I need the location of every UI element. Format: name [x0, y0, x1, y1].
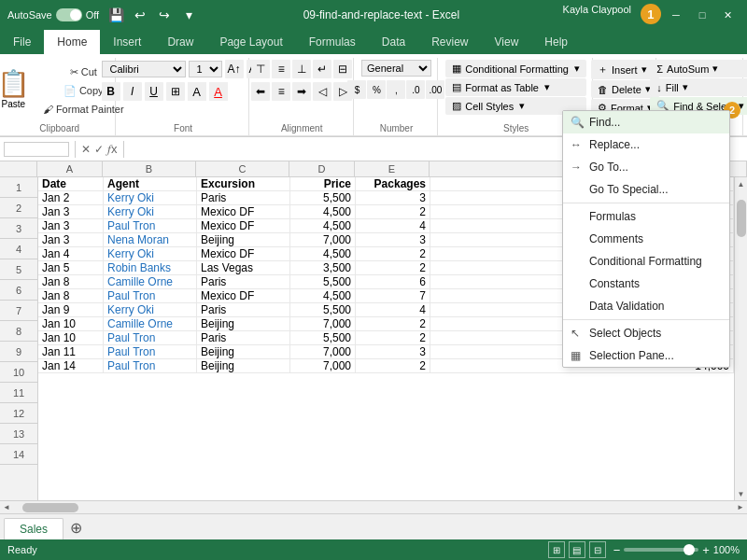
- cell-price-8[interactable]: 5,500: [290, 275, 356, 288]
- cell-packages-13[interactable]: 3: [356, 345, 430, 358]
- confirm-formula-icon[interactable]: ✓: [94, 143, 104, 156]
- col-header-B[interactable]: B: [103, 161, 196, 176]
- tab-page-layout[interactable]: Page Layout: [206, 30, 295, 54]
- zoom-slider[interactable]: [624, 548, 698, 552]
- cell-packages-11[interactable]: 2: [356, 317, 430, 330]
- cell-date-6[interactable]: Jan 4: [38, 247, 104, 260]
- menu-item-goto[interactable]: → Go To...: [563, 156, 729, 178]
- row-header-14[interactable]: 14: [0, 444, 37, 465]
- autosave-switch[interactable]: [56, 8, 82, 21]
- tab-file[interactable]: File: [0, 30, 44, 54]
- col-header-D[interactable]: D: [289, 161, 355, 176]
- align-right-button[interactable]: ➡: [292, 82, 311, 101]
- row-header-1[interactable]: 1: [0, 177, 37, 198]
- cell-excursion-8[interactable]: Paris: [197, 275, 290, 288]
- scroll-thumb[interactable]: [737, 200, 746, 237]
- cell-packages-12[interactable]: 2: [356, 331, 430, 344]
- wrap-text-button[interactable]: ↵: [313, 60, 331, 78]
- header-agent[interactable]: Agent: [104, 177, 197, 190]
- cell-agent-6[interactable]: Kerry Oki: [104, 247, 197, 260]
- comma-button[interactable]: ,: [387, 80, 405, 99]
- autosave-toggle[interactable]: AutoSave Off: [7, 8, 99, 21]
- cell-excursion-13[interactable]: Beijing: [197, 345, 290, 358]
- cell-excursion-14[interactable]: Beijing: [197, 359, 290, 372]
- cell-price-5[interactable]: 7,000: [290, 233, 356, 246]
- col-header-A[interactable]: A: [37, 161, 103, 176]
- insert-button[interactable]: ＋ Insert ▾: [591, 60, 659, 79]
- h-scroll-track[interactable]: [13, 501, 734, 514]
- cell-agent-7[interactable]: Robin Banks: [104, 261, 197, 274]
- fill-color-button[interactable]: A: [188, 82, 206, 101]
- cell-date-9[interactable]: Jan 8: [38, 289, 104, 302]
- cell-price-6[interactable]: 4,500: [290, 247, 356, 260]
- cell-price-13[interactable]: 7,000: [290, 345, 356, 358]
- cell-date-11[interactable]: Jan 10: [38, 317, 104, 330]
- col-header-E[interactable]: E: [355, 161, 430, 176]
- cell-packages-14[interactable]: 2: [356, 359, 430, 372]
- cell-packages-7[interactable]: 2: [356, 261, 430, 274]
- cell-excursion-9[interactable]: Mexico DF: [197, 289, 290, 302]
- tab-view[interactable]: View: [482, 30, 532, 54]
- tab-data[interactable]: Data: [369, 30, 418, 54]
- format-as-table-button[interactable]: ▤ Format as Table ▾: [445, 78, 586, 96]
- maximize-button[interactable]: □: [691, 4, 713, 26]
- cell-packages-2[interactable]: 3: [356, 191, 430, 204]
- increase-font-button[interactable]: A↑: [225, 60, 244, 78]
- cell-price-11[interactable]: 7,000: [290, 317, 356, 330]
- row-header-13[interactable]: 13: [0, 424, 37, 444]
- header-price[interactable]: Price: [290, 177, 356, 190]
- cell-date-12[interactable]: Jan 10: [38, 331, 104, 344]
- tab-insert[interactable]: Insert: [100, 30, 154, 54]
- minimize-button[interactable]: ─: [665, 4, 687, 26]
- cell-date-2[interactable]: Jan 2: [38, 191, 104, 204]
- paste-button[interactable]: 📋 Paste: [0, 63, 36, 118]
- menu-item-find[interactable]: 🔍 Find...: [563, 111, 729, 133]
- cell-excursion-7[interactable]: Las Vegas: [197, 261, 290, 274]
- name-box[interactable]: [4, 142, 69, 157]
- menu-item-selection-pane[interactable]: ▦ Selection Pane...: [563, 344, 729, 367]
- currency-button[interactable]: $: [347, 80, 366, 99]
- row-header-11[interactable]: 11: [0, 383, 37, 403]
- font-color-button[interactable]: A: [209, 82, 228, 101]
- cell-packages-4[interactable]: 4: [356, 219, 430, 232]
- cell-excursion-12[interactable]: Paris: [197, 331, 290, 344]
- cell-agent-4[interactable]: Paul Tron: [104, 219, 197, 232]
- cell-excursion-2[interactable]: Paris: [197, 191, 290, 204]
- menu-item-select-objects[interactable]: ↖ Select Objects: [563, 322, 729, 344]
- cell-date-10[interactable]: Jan 9: [38, 303, 104, 316]
- header-date[interactable]: Date: [38, 177, 104, 190]
- row-header-7[interactable]: 7: [0, 301, 37, 321]
- header-excursion[interactable]: Excursion: [197, 177, 290, 190]
- cell-excursion-4[interactable]: Mexico DF: [197, 219, 290, 232]
- cell-agent-9[interactable]: Paul Tron: [104, 289, 197, 302]
- cell-excursion-11[interactable]: Beijing: [197, 317, 290, 330]
- cell-price-10[interactable]: 5,500: [290, 303, 356, 316]
- cell-date-8[interactable]: Jan 8: [38, 275, 104, 288]
- cancel-formula-icon[interactable]: ✕: [81, 143, 91, 156]
- cell-agent-13[interactable]: Paul Tron: [104, 345, 197, 358]
- cell-price-4[interactable]: 4,500: [290, 219, 356, 232]
- menu-item-comments[interactable]: Comments: [563, 228, 729, 250]
- menu-item-data-validation[interactable]: Data Validation: [563, 295, 729, 317]
- sheet-tab-sales[interactable]: Sales: [4, 518, 63, 539]
- header-packages[interactable]: Packages: [356, 177, 430, 190]
- tab-review[interactable]: Review: [418, 30, 481, 54]
- zoom-out-button[interactable]: −: [613, 543, 621, 557]
- cell-excursion-6[interactable]: Mexico DF: [197, 247, 290, 260]
- row-header-3[interactable]: 3: [0, 218, 37, 239]
- cell-agent-10[interactable]: Kerry Oki: [104, 303, 197, 316]
- menu-item-goto-special[interactable]: Go To Special...: [563, 178, 729, 201]
- percent-button[interactable]: %: [367, 80, 386, 99]
- cell-excursion-5[interactable]: Beijing: [197, 233, 290, 246]
- cell-packages-6[interactable]: 2: [356, 247, 430, 260]
- customize-button[interactable]: ▾: [177, 4, 200, 26]
- redo-button[interactable]: ↪: [153, 4, 176, 26]
- cell-excursion-10[interactable]: Paris: [197, 303, 290, 316]
- cell-agent-3[interactable]: Kerry Oki: [104, 205, 197, 218]
- menu-item-conditional[interactable]: Conditional Formatting: [563, 250, 729, 273]
- zoom-in-button[interactable]: +: [702, 543, 710, 557]
- vertical-scrollbar[interactable]: ▲ ▼: [734, 177, 747, 500]
- row-header-2[interactable]: 2: [0, 198, 37, 218]
- cell-price-12[interactable]: 5,500: [290, 331, 356, 344]
- cell-agent-2[interactable]: Kerry Oki: [104, 191, 197, 204]
